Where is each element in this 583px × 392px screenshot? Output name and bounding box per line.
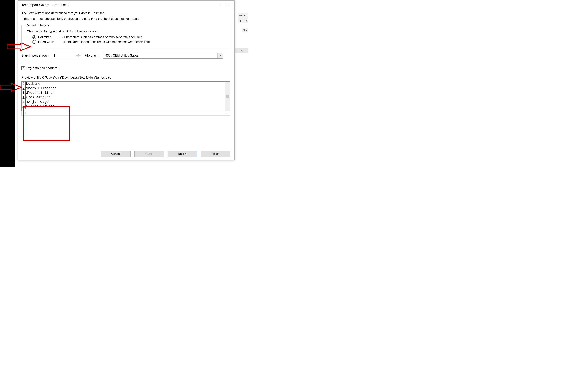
close-icon	[226, 4, 229, 6]
scroll-up-icon[interactable]: ˄	[227, 82, 228, 85]
intro-text-2: If this is correct, choose Next, or choo…	[22, 17, 230, 21]
preview-label: Preview of file C:\Users\chitr\Downloads…	[22, 76, 230, 80]
preview-line-text: No.Name	[25, 82, 57, 86]
preview-row: 43Zak Alfonzo	[22, 95, 57, 100]
preview-row: 54Arjun Cage	[22, 100, 57, 104]
back-button[interactable]: < Back	[134, 151, 164, 157]
chevron-down-icon[interactable]: ▼	[217, 53, 222, 58]
radio-delimited-label: Delimited	[38, 35, 60, 39]
finish-button[interactable]: Finish	[201, 151, 230, 157]
preview-vertical-scrollbar[interactable]: ˄ ˅	[225, 81, 230, 111]
cancel-button[interactable]: Cancel	[101, 151, 130, 157]
preview-row: 65Cedar Clement	[22, 104, 57, 108]
choose-file-type-label: Choose the file type that best describes…	[27, 30, 227, 34]
radio-delimited-row[interactable]: Delimited - Characters such as commas or…	[32, 35, 227, 39]
preview-horizontal-scrollbar[interactable]: 〈 〉	[22, 111, 230, 116]
scroll-down-icon[interactable]: ˅	[227, 108, 228, 110]
preview-line-text: 4Arjun Cage	[25, 100, 57, 104]
radio-fixed-label: Fixed width	[38, 40, 60, 44]
scroll-right-icon[interactable]: 〉	[226, 112, 228, 115]
original-data-type-group: Original data type Choose the file type …	[22, 24, 230, 48]
headers-checkbox[interactable]	[22, 66, 25, 70]
preview-pane: 1No.Name21Mary Elizabeth32Yuvaraj Singh4…	[22, 81, 225, 111]
file-origin-combo[interactable]: 437 : OEM United States ▼	[103, 52, 223, 58]
close-button[interactable]	[224, 2, 232, 8]
preview-line-number: 1	[22, 82, 25, 86]
preview-line-text: 3Zak Alfonzo	[25, 95, 57, 100]
start-row-input[interactable]	[52, 53, 76, 58]
spinner-up-icon[interactable]: ▲	[76, 53, 80, 56]
headers-checkbox-row[interactable]: My data has headers.	[22, 66, 230, 70]
file-origin-label: File origin:	[85, 54, 99, 58]
radio-fixed-row[interactable]: Fixed width - Fields are aligned in colu…	[32, 40, 227, 44]
preview-line-text: 2Yuvaraj Singh	[25, 90, 57, 95]
black-sidebar	[0, 0, 15, 167]
radio-fixed-desc: - Fields are aligned in columns with spa…	[62, 40, 150, 44]
dialog-button-row: Cancel < Back Next > Finish	[22, 149, 230, 157]
preview-row: 32Yuvaraj Singh	[22, 90, 57, 95]
headers-label: My data has headers.	[27, 66, 59, 70]
scroll-left-icon[interactable]: 〈	[24, 112, 26, 115]
preview-line-text: 1Mary Elizabeth	[25, 86, 57, 90]
preview-line-number: 5	[22, 100, 25, 104]
column-header-N[interactable]: N	[235, 48, 248, 53]
dialog-titlebar: Text Import Wizard - Step 1 of 3 ?	[18, 0, 234, 10]
ribbon-fragment: g ~ Ta	[238, 18, 248, 23]
ribbon-group-label: Sty	[242, 28, 248, 32]
radio-delimited[interactable]	[32, 35, 36, 39]
preview-row: 1No.Name	[22, 82, 57, 86]
spinner-down-icon[interactable]: ▼	[76, 56, 80, 58]
group-legend: Original data type	[25, 24, 50, 27]
intro-text-1: The Text Wizard has determined that your…	[22, 11, 230, 16]
radio-fixed-width[interactable]	[32, 40, 36, 44]
preview-line-number: 3	[22, 90, 25, 95]
radio-delimited-desc: - Characters such as commas or tabs sepa…	[62, 35, 143, 39]
preview-line-number: 6	[22, 104, 25, 108]
preview-line-number: 2	[22, 86, 25, 90]
preview-line-text: 5Cedar Clement	[25, 104, 57, 108]
next-button[interactable]: Next >	[168, 151, 197, 157]
preview-row: 21Mary Elizabeth	[22, 86, 57, 90]
text-import-wizard-dialog: Text Import Wizard - Step 1 of 3 ? The T…	[18, 0, 234, 160]
dialog-title: Text Import Wizard - Step 1 of 3	[22, 3, 215, 7]
ribbon-fragment: nal Fo	[238, 13, 248, 18]
file-origin-value: 437 : OEM United States	[103, 54, 217, 57]
preview-line-number: 4	[22, 95, 25, 100]
scroll-thumb[interactable]	[226, 94, 229, 98]
start-row-spinner[interactable]: ▲ ▼	[52, 53, 81, 58]
start-row-label: Start import at row:	[22, 54, 48, 58]
help-button[interactable]: ?	[215, 2, 224, 8]
